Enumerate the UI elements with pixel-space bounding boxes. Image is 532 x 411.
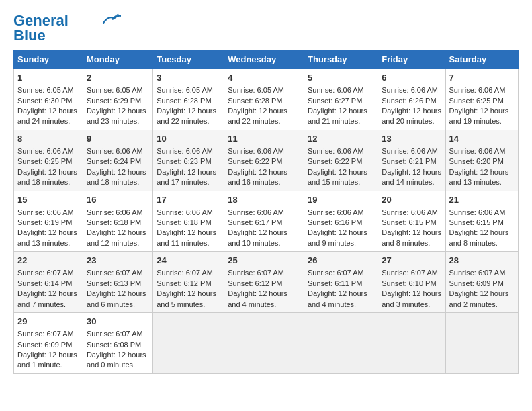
day-number: 2 bbox=[87, 72, 149, 84]
daylight: Daylight: 12 hours and 16 minutes. bbox=[228, 168, 287, 186]
daylight: Daylight: 12 hours and 8 minutes. bbox=[449, 228, 509, 246]
sunrise: Sunrise: 6:05 AM bbox=[157, 86, 213, 94]
day-number: 11 bbox=[228, 133, 300, 145]
sunset: Sunset: 6:26 PM bbox=[382, 97, 436, 105]
day-cell: 4Sunrise: 6:05 AMSunset: 6:28 PMDaylight… bbox=[224, 69, 304, 130]
day-number: 18 bbox=[228, 194, 300, 206]
header-cell-sunday: Sunday bbox=[14, 50, 83, 69]
daylight: Daylight: 12 hours and 6 minutes. bbox=[87, 289, 146, 308]
day-cell: 3Sunrise: 6:05 AMSunset: 6:28 PMDaylight… bbox=[153, 69, 224, 130]
day-number: 26 bbox=[308, 255, 374, 267]
daylight: Daylight: 12 hours and 8 minutes. bbox=[382, 228, 441, 246]
day-cell: 20Sunrise: 6:06 AMSunset: 6:15 PMDayligh… bbox=[378, 191, 445, 252]
daylight: Daylight: 12 hours and 4 minutes. bbox=[228, 289, 287, 308]
calendar-table: SundayMondayTuesdayWednesdayThursdayFrid… bbox=[13, 50, 519, 374]
daylight: Daylight: 12 hours and 5 minutes. bbox=[157, 289, 216, 308]
logo-text-blue: Blue bbox=[13, 28, 46, 43]
day-number: 8 bbox=[17, 133, 79, 145]
day-cell: 22Sunrise: 6:07 AMSunset: 6:14 PMDayligh… bbox=[14, 252, 83, 313]
day-cell: 24Sunrise: 6:07 AMSunset: 6:12 PMDayligh… bbox=[153, 252, 224, 313]
header-cell-wednesday: Wednesday bbox=[224, 50, 304, 69]
sunset: Sunset: 6:28 PM bbox=[157, 97, 211, 105]
sunrise: Sunrise: 6:06 AM bbox=[87, 147, 143, 155]
sunset: Sunset: 6:14 PM bbox=[17, 279, 72, 287]
week-row-2: 8Sunrise: 6:06 AMSunset: 6:25 PMDaylight… bbox=[14, 130, 519, 191]
day-cell: 5Sunrise: 6:06 AMSunset: 6:27 PMDaylight… bbox=[304, 69, 378, 130]
sunrise: Sunrise: 6:06 AM bbox=[157, 147, 213, 155]
sunrise: Sunrise: 6:06 AM bbox=[382, 147, 438, 155]
day-cell: 15Sunrise: 6:06 AMSunset: 6:19 PMDayligh… bbox=[14, 191, 83, 252]
sunset: Sunset: 6:18 PM bbox=[87, 218, 141, 226]
daylight: Daylight: 12 hours and 7 minutes. bbox=[17, 289, 77, 308]
day-number: 23 bbox=[87, 255, 149, 267]
sunset: Sunset: 6:23 PM bbox=[157, 157, 211, 165]
sunrise: Sunrise: 6:06 AM bbox=[228, 208, 284, 216]
day-number: 21 bbox=[449, 194, 515, 206]
daylight: Daylight: 12 hours and 10 minutes. bbox=[228, 228, 287, 246]
sunrise: Sunrise: 6:07 AM bbox=[308, 269, 364, 277]
logo-text: General bbox=[13, 13, 69, 28]
sunrise: Sunrise: 6:05 AM bbox=[228, 86, 284, 94]
sunset: Sunset: 6:28 PM bbox=[228, 97, 282, 105]
week-row-1: 1Sunrise: 6:05 AMSunset: 6:30 PMDaylight… bbox=[14, 69, 519, 130]
daylight: Daylight: 12 hours and 11 minutes. bbox=[157, 228, 216, 246]
sunset: Sunset: 6:20 PM bbox=[449, 157, 504, 165]
day-number: 3 bbox=[157, 72, 220, 84]
day-number: 22 bbox=[17, 255, 79, 267]
sunrise: Sunrise: 6:06 AM bbox=[17, 147, 74, 155]
daylight: Daylight: 12 hours and 15 minutes. bbox=[308, 168, 367, 186]
daylight: Daylight: 12 hours and 14 minutes. bbox=[382, 168, 441, 186]
day-number: 24 bbox=[157, 255, 220, 267]
sunrise: Sunrise: 6:06 AM bbox=[449, 208, 506, 216]
day-cell: 7Sunrise: 6:06 AMSunset: 6:25 PMDaylight… bbox=[445, 69, 518, 130]
header-cell-friday: Friday bbox=[378, 50, 445, 69]
week-row-4: 22Sunrise: 6:07 AMSunset: 6:14 PMDayligh… bbox=[14, 252, 519, 313]
day-cell: 19Sunrise: 6:06 AMSunset: 6:16 PMDayligh… bbox=[304, 191, 378, 252]
daylight: Daylight: 12 hours and 4 minutes. bbox=[308, 289, 367, 308]
day-cell: 21Sunrise: 6:06 AMSunset: 6:15 PMDayligh… bbox=[445, 191, 518, 252]
day-number: 1 bbox=[17, 72, 79, 84]
sunset: Sunset: 6:08 PM bbox=[87, 340, 141, 349]
logo-icon bbox=[101, 13, 121, 26]
day-cell bbox=[153, 313, 224, 374]
sunset: Sunset: 6:17 PM bbox=[228, 218, 282, 226]
day-number: 13 bbox=[382, 133, 441, 145]
day-cell bbox=[378, 313, 445, 374]
day-number: 17 bbox=[157, 194, 220, 206]
sunset: Sunset: 6:16 PM bbox=[308, 218, 362, 226]
daylight: Daylight: 12 hours and 23 minutes. bbox=[87, 107, 146, 125]
daylight: Daylight: 12 hours and 17 minutes. bbox=[157, 168, 216, 186]
daylight: Daylight: 12 hours and 0 minutes. bbox=[87, 351, 146, 369]
sunrise: Sunrise: 6:06 AM bbox=[308, 147, 364, 155]
day-number: 16 bbox=[87, 194, 149, 206]
day-number: 25 bbox=[228, 255, 300, 267]
daylight: Daylight: 12 hours and 22 minutes. bbox=[157, 107, 216, 125]
day-cell: 30Sunrise: 6:07 AMSunset: 6:08 PMDayligh… bbox=[83, 313, 152, 374]
day-number: 9 bbox=[87, 133, 149, 145]
day-number: 10 bbox=[157, 133, 220, 145]
sunset: Sunset: 6:25 PM bbox=[17, 157, 72, 165]
day-cell: 12Sunrise: 6:06 AMSunset: 6:22 PMDayligh… bbox=[304, 130, 378, 191]
header-cell-tuesday: Tuesday bbox=[153, 50, 224, 69]
sunrise: Sunrise: 6:07 AM bbox=[228, 269, 284, 277]
daylight: Daylight: 12 hours and 12 minutes. bbox=[87, 228, 146, 246]
header-cell-thursday: Thursday bbox=[304, 50, 378, 69]
sunrise: Sunrise: 6:07 AM bbox=[382, 269, 438, 277]
daylight: Daylight: 12 hours and 13 minutes. bbox=[449, 168, 509, 186]
page-header: General Blue bbox=[13, 13, 519, 43]
day-number: 6 bbox=[382, 72, 441, 84]
sunrise: Sunrise: 6:06 AM bbox=[308, 208, 364, 216]
sunrise: Sunrise: 6:07 AM bbox=[87, 269, 143, 277]
daylight: Daylight: 12 hours and 18 minutes. bbox=[17, 168, 77, 186]
sunset: Sunset: 6:15 PM bbox=[449, 218, 504, 226]
sunrise: Sunrise: 6:07 AM bbox=[449, 269, 506, 277]
day-cell: 2Sunrise: 6:05 AMSunset: 6:29 PMDaylight… bbox=[83, 69, 152, 130]
day-number: 12 bbox=[308, 133, 374, 145]
day-number: 19 bbox=[308, 194, 374, 206]
sunrise: Sunrise: 6:06 AM bbox=[17, 208, 74, 216]
sunrise: Sunrise: 6:06 AM bbox=[87, 208, 143, 216]
day-cell: 11Sunrise: 6:06 AMSunset: 6:22 PMDayligh… bbox=[224, 130, 304, 191]
sunrise: Sunrise: 6:07 AM bbox=[157, 269, 213, 277]
day-cell: 16Sunrise: 6:06 AMSunset: 6:18 PMDayligh… bbox=[83, 191, 152, 252]
day-number: 29 bbox=[17, 316, 79, 328]
